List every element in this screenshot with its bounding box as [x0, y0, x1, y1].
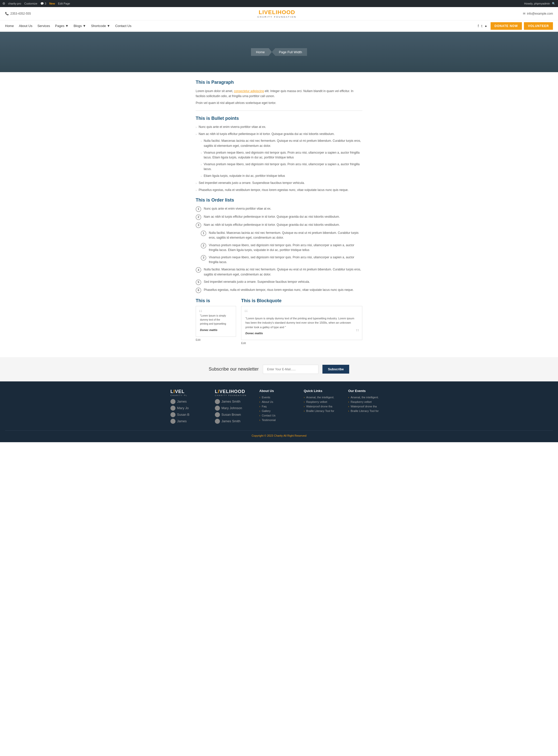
footer-grid: LIVEL CHARITY PL James Mary Jo Susan B: [171, 389, 387, 425]
breadcrumb-home[interactable]: Home: [251, 48, 272, 56]
nav-links: Home About Us Services Pages ▼ Blogs ▼ S…: [5, 21, 131, 31]
admin-bar-left: ☉ charity-pro Customize 💬 3 New Edit Pag…: [2, 2, 70, 5]
person-name: James Smith: [222, 400, 240, 403]
nav-pages[interactable]: Pages ▼: [55, 24, 69, 28]
footer-col-1: LIVEL CHARITY PL James Mary Jo Susan B: [171, 389, 210, 425]
order-text-4: Nulla facilisi. Maecenas lacinia ac nisl…: [204, 267, 362, 277]
avatar: [215, 412, 220, 417]
wp-icon[interactable]: ☉: [2, 2, 5, 5]
footer-logo-2: LIVELIHOOD CHARITY FOUNDATION: [215, 389, 254, 397]
sub-order-text-2: Vivamus pretium neque libero, sed dignis…: [209, 243, 362, 252]
newsletter-section: Subscribe our newsletter Subscribe: [0, 357, 558, 381]
top-bar: 📞 2353-4352-555 LIVELIHOOD CHARITY FOUND…: [0, 7, 558, 21]
list-item[interactable]: Faq: [259, 405, 299, 408]
bullet-arrow-icon: ›: [201, 162, 202, 167]
bullet-item-4: › Phasellus egestas, nulla et vestibulum…: [196, 188, 362, 193]
bullet-arrow-icon: ›: [196, 188, 197, 193]
new-link[interactable]: New: [49, 2, 55, 5]
order-num-3: 3: [196, 222, 201, 228]
nav-contact[interactable]: Contact Us: [115, 24, 131, 28]
bullet-arrow-icon: ›: [201, 151, 202, 155]
sub-order-num-3: 3: [201, 255, 206, 261]
phone-number: 2353-4352-555: [10, 12, 31, 16]
list-item[interactable]: Waterproof drone tha: [348, 405, 387, 408]
nav-home[interactable]: Home: [5, 24, 14, 28]
list-item[interactable]: Braille Literacy Tool for: [348, 409, 387, 412]
list-item[interactable]: Gallery: [259, 409, 299, 412]
list-item[interactable]: About Us: [259, 400, 299, 403]
edit-right-label[interactable]: Edit: [241, 342, 362, 345]
edit-left-label[interactable]: Edit: [196, 338, 236, 341]
facebook-icon[interactable]: f: [478, 24, 479, 28]
nav-blogs[interactable]: Blogs ▼: [74, 24, 86, 28]
list-item: James: [171, 419, 210, 424]
donate-button[interactable]: DONATE NOW: [490, 22, 522, 30]
search-icon[interactable]: 🔍: [552, 2, 556, 5]
list-item: Mary Jo: [171, 406, 210, 411]
footer: LIVEL CHARITY PL James Mary Jo Susan B: [0, 381, 558, 442]
bullet-section: This is Bullet points › Nunc quis ante e…: [196, 116, 362, 192]
newsletter-title: Subscribe our newsletter: [209, 367, 259, 372]
quote-open-icon: “: [199, 308, 202, 318]
top-bar-email: ✉ info@example.com: [523, 12, 553, 16]
avatar: [171, 399, 176, 404]
footer-logo-1: LIVEL CHARITY PL: [171, 389, 210, 397]
volunteer-button[interactable]: VOLUNTEER: [524, 22, 553, 30]
list-item: James: [171, 399, 210, 404]
bullet-title: This is Bullet points: [196, 116, 362, 121]
person-name: Mary Jo: [177, 406, 188, 410]
newsletter-email-input[interactable]: [263, 365, 319, 374]
list-item[interactable]: Arsenal, the intelligent.: [348, 396, 387, 399]
person-name: James Smith: [222, 419, 240, 423]
blockquote-right-author: Donec mattis: [246, 332, 358, 335]
list-item[interactable]: Raspberry velbet: [304, 400, 343, 403]
avatar: [215, 399, 220, 404]
sub-bullet-1: › Nulla facilisi. Maecenas lacinia ac ni…: [201, 138, 362, 148]
site-name[interactable]: charity-pro: [8, 2, 21, 5]
order-title: This is Order lists: [196, 197, 362, 203]
avatar: [215, 406, 220, 411]
logo-l: L: [259, 9, 262, 16]
twitter-icon[interactable]: t: [481, 24, 482, 28]
sub-order-item-1: 1 Nulla facilisi. Maecenas lacinia ac ni…: [201, 231, 362, 240]
person-name: Susan Brown: [222, 413, 241, 416]
order-num-4: 4: [196, 267, 201, 273]
list-item[interactable]: Raspberry velbet: [348, 400, 387, 403]
paragraph-link[interactable]: consectetur adipiscing: [234, 89, 264, 93]
bullet-arrow-icon: ›: [201, 139, 202, 143]
instagram-icon[interactable]: ●: [485, 24, 487, 28]
paragraph-text2: Proin vel quam id nisl aliquet ultrices …: [196, 100, 362, 105]
avatar: [171, 412, 176, 417]
bullet-item-1: › Nunc quis ante et enim viverra porttit…: [196, 125, 362, 130]
list-item[interactable]: Events: [259, 396, 299, 399]
blockquote-left-author: Donec mattis: [200, 328, 232, 331]
list-item[interactable]: Braille Literacy Tool for: [304, 409, 343, 412]
order-text-2: Nam ac nibh id turpis efficitur pellente…: [204, 214, 340, 219]
order-num-2: 2: [196, 214, 201, 220]
list-item[interactable]: Testimonial: [259, 418, 299, 422]
person-name: James: [177, 419, 186, 423]
nav-services[interactable]: Services: [37, 24, 50, 28]
nav-shortcode[interactable]: Shortcode ▼: [91, 24, 110, 28]
nav-social: f t ●: [478, 24, 487, 28]
blockquote-left-title: This is: [196, 298, 236, 303]
footer-events-list: Arsenal, the intelligent. Raspberry velb…: [348, 396, 387, 412]
footer-col-4: Quick Links Arsenal, the intelligent. Ra…: [304, 389, 343, 425]
phone-icon: 📞: [5, 12, 9, 16]
sub-bullet-text-2: Vivamus pretium neque libero, sed dignis…: [204, 150, 362, 160]
footer-about-title: About Us: [259, 389, 299, 393]
howdy-text: Howdy, phpmyadmin: [524, 2, 550, 5]
edit-page-link[interactable]: Edit Page: [58, 2, 70, 5]
comments-count[interactable]: 💬 3: [41, 2, 46, 5]
avatar: [215, 419, 220, 424]
list-item[interactable]: Contact Us: [259, 414, 299, 417]
bullet-text-1: Nunc quis ante et enim viverra porttitor…: [199, 125, 266, 129]
order-item-6: 6 Phasellus egestas, nulla et vestibulum…: [196, 288, 362, 293]
newsletter-subscribe-button[interactable]: Subscribe: [323, 365, 350, 374]
order-num-5: 5: [196, 279, 201, 285]
email-address: info@example.com: [527, 12, 553, 16]
nav-about[interactable]: About Us: [19, 24, 32, 28]
list-item[interactable]: Waterproof drone tha: [304, 405, 343, 408]
list-item[interactable]: Arsenal, the intelligent.: [304, 396, 343, 399]
customize-link[interactable]: Customize: [24, 2, 37, 5]
